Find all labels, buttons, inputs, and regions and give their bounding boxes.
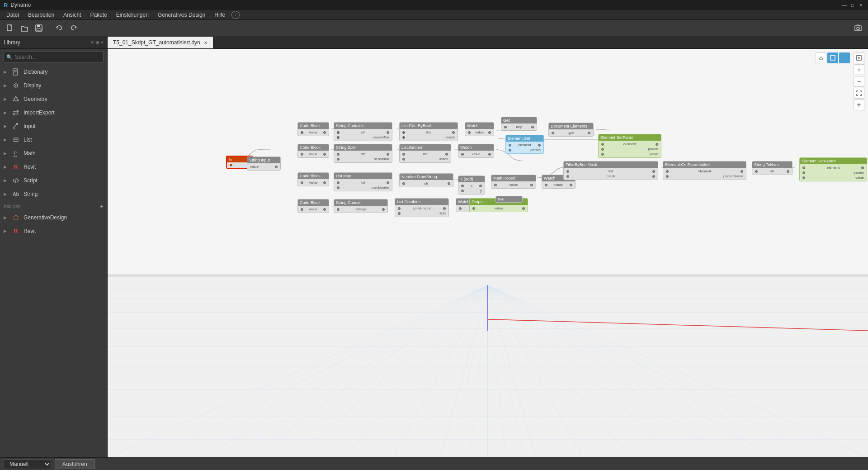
svg-line-56 (488, 285, 560, 457)
svg-line-46 (180, 285, 488, 457)
node-r3-r2[interactable]: Element.GetParamValue element paramName (663, 161, 746, 180)
grid-3d (108, 276, 868, 457)
addons-section: Add-ons + (0, 201, 107, 211)
svg-line-14 (13, 123, 18, 128)
node-r1-4[interactable]: Watch value (465, 122, 494, 136)
search-input[interactable] (4, 52, 104, 62)
open-button[interactable] (18, 22, 31, 34)
info-icon[interactable]: i (231, 11, 240, 19)
zoom-out-button[interactable]: − (854, 76, 864, 87)
sidebar-item-generative-design[interactable]: ▶ ⬡ GenerativeDesign (0, 211, 107, 224)
node-r3-3[interactable]: Number.FromString str (399, 173, 453, 187)
toolbar (0, 20, 868, 36)
view-2d-button[interactable] (827, 52, 838, 63)
node-blue-1[interactable]: Element.Get element param (505, 135, 544, 154)
menu-generatives-design[interactable]: Generatives Design (153, 11, 210, 19)
close-tab-icon[interactable]: ✕ (204, 40, 208, 45)
arrow-icon: ▶ (4, 97, 8, 101)
node-far-right[interactable]: Element.SetParam element param value (799, 157, 867, 181)
node-r1-2[interactable]: String.Contains str searchFor (334, 122, 392, 141)
add-addon-button[interactable]: + (100, 203, 104, 210)
sidebar-item-revit[interactable]: ▶ R Revit (0, 160, 107, 174)
app-icon: R (4, 2, 8, 9)
redo-button[interactable] (67, 22, 80, 34)
node-input-label[interactable]: String Input value (247, 157, 281, 171)
menu-ansicht[interactable]: Ansicht (59, 11, 85, 19)
node-r4-5[interactable]: End (495, 196, 523, 203)
svg-line-28 (108, 285, 488, 457)
svg-line-40 (488, 285, 678, 457)
math-label: Math (24, 150, 36, 157)
node-r3-r3[interactable]: String.ToNum str (752, 161, 793, 175)
sidebar-item-input[interactable]: ▶ Input (0, 119, 107, 133)
sidebar-icon-grid[interactable]: ⊞ (95, 40, 99, 45)
run-button[interactable]: Ausführen (55, 459, 95, 469)
math-icon: ∑ (12, 149, 20, 157)
svg-line-62 (488, 285, 845, 457)
view-3d-button[interactable] (816, 52, 826, 63)
sidebar-item-string[interactable]: ▶ Ab String (0, 187, 107, 201)
run-mode-select[interactable]: Manuell Automatisch (4, 459, 51, 469)
node-r3-4[interactable]: + (add) x y (458, 176, 485, 195)
svg-line-47 (230, 285, 488, 457)
menu-hilfe[interactable]: Hilfe (210, 11, 230, 19)
canvas[interactable]: Code Block value String.Contains str sea… (108, 49, 868, 457)
node-r2-1[interactable]: Code Block value (297, 144, 329, 158)
screenshot-button[interactable] (852, 22, 864, 34)
svg-line-57 (488, 285, 596, 457)
undo-button[interactable] (53, 22, 66, 34)
menu-pakete[interactable]: Pakete (85, 11, 111, 19)
node-r2-4[interactable]: Watch value (458, 144, 494, 158)
node-r2-3[interactable]: List.GetItem list index (399, 144, 451, 163)
sidebar-item-geometry[interactable]: ▶ Geometry (0, 92, 107, 106)
input-label: Input (24, 123, 36, 129)
sidebar-item-math[interactable]: ▶ ∑ Math (0, 147, 107, 160)
node-r1-5[interactable]: Get key (501, 117, 537, 131)
view-split-button[interactable] (839, 52, 850, 63)
zoom-controls: + − + (854, 52, 864, 110)
sidebar-item-dictionary[interactable]: ▶ Dictionary (0, 65, 107, 79)
node-r3-r1[interactable]: FilterByBoolMask list mask (563, 161, 658, 180)
viewport-3d[interactable] (108, 276, 868, 457)
svg-line-39 (488, 285, 630, 457)
fit-zoom-button[interactable] (854, 52, 864, 63)
menu-bearbeiten[interactable]: Bearbeiten (24, 11, 59, 19)
sidebar-item-importexport[interactable]: ▶ ImportExport (0, 106, 107, 119)
node-r4-3[interactable]: List.Combine combinator lists (395, 198, 449, 217)
minimize-button[interactable]: — (841, 1, 848, 9)
main-layout: Library ≡ ⊞ « 🔍 ▶ Dictionary ▶ (0, 36, 868, 457)
sidebar-item-script[interactable]: ▶ Script (0, 174, 107, 187)
search-icon: 🔍 (6, 54, 13, 60)
sidebar-item-list[interactable]: ▶ List (0, 133, 107, 147)
sidebar-icon-collapse[interactable]: « (101, 40, 104, 45)
node-r3-2[interactable]: List.Map list combinator (334, 172, 392, 191)
arrow-icon: ▶ (4, 215, 8, 220)
menu-datei[interactable]: Datei (2, 11, 24, 19)
sidebar-icons: ≡ ⊞ « (91, 40, 104, 45)
menu-einstellungen[interactable]: Einstellungen (112, 11, 153, 19)
node-r1-6[interactable]: Document.Elements type (548, 123, 594, 137)
sidebar-item-display[interactable]: ▶ Display (0, 79, 107, 92)
sidebar-icon-list[interactable]: ≡ (91, 40, 94, 45)
node-r4-2[interactable]: String.Concat strings (334, 199, 388, 213)
string-label: String (24, 191, 38, 197)
node-green-1[interactable]: Element.SetParam element param value (598, 134, 661, 158)
node-r1-1[interactable]: Code Block value (297, 122, 329, 136)
node-r3-1[interactable]: Code Block value (297, 172, 329, 186)
node-r4-1[interactable]: Code Block value (297, 199, 329, 213)
close-button[interactable]: ✕ (857, 1, 864, 9)
app-title: R Dynamo (4, 2, 31, 9)
importexport-label: ImportExport (24, 109, 55, 116)
maximize-button[interactable]: □ (849, 1, 856, 9)
main-tab[interactable]: T5_01_Skript_GT_automatisiert.dyn ✕ (108, 37, 213, 48)
new-button[interactable] (4, 22, 16, 34)
fit-view-button[interactable] (854, 88, 864, 99)
svg-line-50 (379, 285, 488, 457)
zoom-in-button[interactable]: + (854, 64, 864, 75)
node-r2-2[interactable]: String.Split str separator (334, 144, 392, 163)
save-button[interactable] (33, 22, 45, 34)
node-r3-5[interactable]: Math.Round value (491, 175, 536, 189)
node-r1-3[interactable]: List.FilterByBool list mask (399, 122, 458, 141)
expand-button[interactable]: + (854, 100, 864, 110)
sidebar-item-revit-addon[interactable]: ▶ R Revit (0, 224, 107, 238)
